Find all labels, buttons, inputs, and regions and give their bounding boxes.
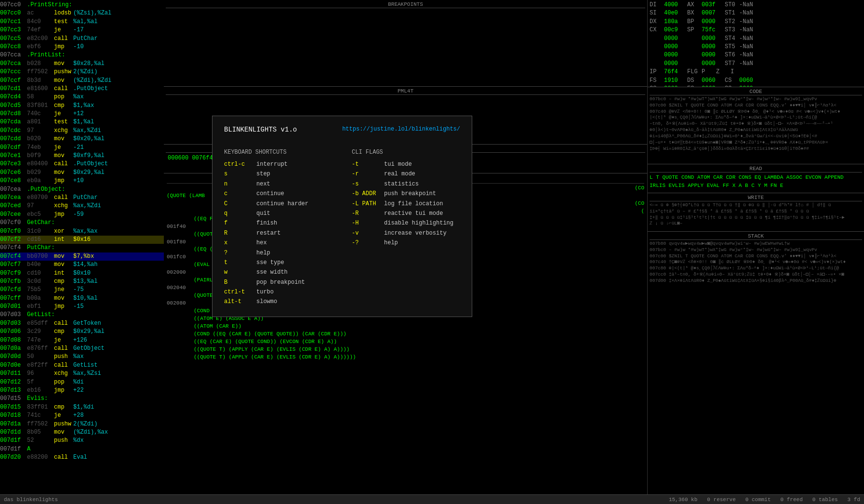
asm-line: 007ce3e80400call.PutObject — [0, 160, 164, 168]
stack-line: 007cc0 ‡ä¹–tn0, δ+※(Λu⊕i=0– Xä°üt9;ℤü‡ t… — [650, 272, 862, 278]
cli-flags-title: CLI FLAGS — [352, 149, 460, 156]
help-modal: BLINKENLIGHTS v1.o https://justine.lol/b… — [212, 116, 472, 317]
asm-line: 007d01ebf1jmp-15 — [0, 303, 164, 311]
write-line: <←= ü ⊕ §⊕†┤⊕D*L†ü ü ü T†ü ü ü †‖ ü ⊕ü ü… — [650, 202, 862, 209]
asm-line: 007d08747eje+126 — [0, 336, 164, 345]
pml4t-header: PML4T — [166, 88, 645, 95]
cli-flag-item: -vincrease verbosity — [352, 228, 460, 238]
breakpoints-header: BREAKPOINTS — [166, 1, 645, 8]
cli-flag-item: -b ADDRpush breakpoint — [352, 189, 460, 199]
stack-line: 007bc0 – #w)w *#w)wT*)wX*‡wG #w)w°*‡w– #… — [650, 247, 862, 253]
status-tables: 0 tables — [812, 497, 838, 503]
shortcuts-col: KEYBOARD SHORTCUTS ctrl-cinterruptsstepn… — [224, 149, 332, 307]
cli-flags-col: CLI FLAGS -ttui mode-rreal mode-sstatist… — [352, 149, 460, 307]
shortcut-item: ctrl-cinterrupt — [224, 159, 332, 169]
asm-line: 007cffb00amov$10,%al — [0, 294, 164, 303]
write-section: WRITE <←= ü ⊕ §⊕†┤⊕D*L†ü ü ü T†ü ü ü †‖ … — [648, 193, 864, 231]
asm-line: 007cc374efje-17 — [0, 26, 164, 34]
asm-line: 007cd583f801cmp$1,%ax — [0, 102, 164, 110]
register-row: DX180aBP0000ST2-NaN — [650, 18, 862, 26]
asm-line: 007cd8740cje+12 — [0, 110, 164, 118]
asm-line: 007ce8eb0ajmp+10 — [0, 177, 164, 185]
stack-line: 007b80 qvqv4w►wqv4w►w◙@qvqv4w#w)wi⁺w– #w… — [650, 241, 862, 247]
stack-line: 007c40 †Ç◙⊕Vℤ <ñ⊗×0!! 0◙ ║c ØLŁØY ※Þ0♦ δ… — [650, 259, 862, 265]
code-line: ◘│–u+• t♦ü#▒tB4<=tü9♠un♠◙|VR0◙ Z^δ♦;ℤü¹i… — [650, 140, 862, 146]
asm-line: 007cf4PutChar: — [0, 244, 164, 252]
cli-flag-item: -?help — [352, 238, 460, 248]
output-line: ((ATOM (CAR E)) — [167, 323, 644, 331]
code-line: ⊕0│λ<)t~0vΛP0♠λü_δ–äλ‡tΛüR0♦ Z_P0♠ΛütiWü… — [650, 127, 862, 133]
stack-line: 007d00 ‡×Λ×⊕iΛtΛüR0♦ Z_P0♠ΛütiWü‡ΛtX‡üΛ×… — [650, 278, 862, 284]
stack-section: STACK 007b80 qvqv4w►wqv4w►w◙@qvqv4w#w)wi… — [648, 231, 864, 504]
modal-title: BLINKENLIGHTS v1.o — [224, 126, 297, 133]
asm-line: 007d0ee8f2ffcallGetList — [0, 361, 164, 370]
asm-line: 007d03GetList: — [0, 311, 164, 319]
register-row: 00000000ST5-NaN — [650, 43, 862, 51]
asm-line: 007cdc97xchg%ax,%Zdi — [0, 127, 164, 135]
cli-flag-item: -rreal mode — [352, 169, 460, 179]
register-row: 00000000ST4-NaN — [650, 35, 862, 43]
write-line: ‡+‖ ü ü ü ü‡¹i§¹t¹t¹t|†t ü ü ü ü ü ‡ü ü … — [650, 215, 862, 221]
shortcut-item: ?help — [224, 248, 332, 258]
asm-line: 007ce6b029mov$0x29,%al — [0, 169, 164, 177]
shortcut-item: xhex — [224, 238, 332, 248]
asm-line: 007cf2cd16int$0x16 — [0, 236, 164, 244]
asm-line: 007d1196xchg%ax,%Zsi — [0, 370, 164, 378]
asm-line: 007ced97xchg%ax,%Zdi — [0, 202, 164, 210]
shortcut-item: Bpop breakpoint — [224, 278, 332, 287]
asm-line: 007cdaa801test$1,%al — [0, 118, 164, 126]
output-line: ((QUOTE T) (APPLY (CAR E) (EVLIS (CDR E)… — [167, 346, 644, 354]
code-line: 007bc0 – #w)w *#w)wT*)wX*‡wG #w)w°*‡w– #… — [650, 96, 862, 103]
read-header: READ — [650, 165, 862, 172]
cli-flag-item: -L PATHlog file location — [352, 199, 460, 209]
code-line: –tn0, δ+※(Λu⊕i=0– Xä°üt9;ℤü‡ t⊕•0♦ ※)δ×◙… — [650, 121, 862, 127]
asm-line: 007cf0GetChar: — [0, 219, 164, 227]
asm-line: 007cfd75b5jne-75 — [0, 286, 164, 294]
shortcut-item: wsse width — [224, 267, 332, 277]
fs-row: FS1910DS0060CS0060 — [650, 77, 862, 85]
asm-line: 007d13eb16jmp+22 — [0, 386, 164, 395]
status-fd: 3 fd — [848, 497, 860, 503]
code-section: CODE 007bc0 – #w)w *#w)wT*)wX*‡wG #w)w°*… — [648, 87, 864, 164]
asm-line: 007d0d50push%ax — [0, 353, 164, 361]
output-line: ((QUOTE T) (APPLY (CAR E) (EVLIS (CDR E)… — [167, 354, 644, 361]
status-commit: 0 commit — [745, 497, 771, 503]
cli-flag-item: -Rreactive tui mode — [352, 209, 460, 218]
asm-line: 007cc8ebf6jmp-10 — [0, 43, 164, 51]
asm-line: 007d1fA — [0, 445, 164, 453]
shortcut-item: ccontinue — [224, 189, 332, 199]
asm-line: 007ceeebc5jmp-59 — [0, 211, 164, 219]
asm-line: 007cd458pop%ax — [0, 93, 164, 101]
asm-line: 007ce1b0f9mov$0xf9,%al — [0, 152, 164, 160]
status-freed: 0 freed — [781, 497, 803, 503]
asm-line: 007d125fpop%di — [0, 378, 164, 386]
asm-line: 007cdf74ebje-21 — [0, 144, 164, 152]
register-row: SI40e0BX0007ST1-NaN — [650, 9, 862, 17]
code-line: ‡Þ⊕┤ Wi=i⊕R0‡λZ_ä°çü⊕│)δδδi=0αλδτä×ÇΣrtΞ… — [650, 146, 862, 152]
asm-line: 007ceae80700callPutChar — [0, 194, 164, 202]
asm-line: 007cf9cd10int$0x10 — [0, 269, 164, 278]
asm-line: 007cddb020mov$0x20,%al — [0, 135, 164, 143]
asm-line: 007d18741cje+28 — [0, 411, 164, 420]
asm-line: 007d1583ff01cmp$1,%di — [0, 403, 164, 411]
asm-line: 007d1f52push%dx — [0, 437, 164, 445]
read-content: L T QUOTE COND ATOM CAR CDR CONS EQ LAMB… — [650, 173, 862, 189]
asm-line: 007d063c29cmp$0x29,%al — [0, 328, 164, 336]
shortcut-item: nnext — [224, 179, 332, 189]
shortcut-item: alt-tslowmo — [224, 297, 332, 306]
asm-line: 007cd1e81600call.PutObject — [0, 85, 164, 93]
code-line: |<(t|⁶ @♦s¸ÇQ0⌠ℳΛW⊕u•: ΣΛu⁰δ–^♦ ]×:♦uΩWi… — [650, 115, 862, 121]
register-row: 00000000ST6-NaN — [650, 51, 862, 59]
shortcut-item: qquit — [224, 209, 332, 218]
asm-line: 007d1d8b05mov(%Zdi),%ax — [0, 428, 164, 437]
stack-line: 007c80 ⊕|<(t|⁶ @♦s¸ÇQ0⌠ℳΛW⊕u•: ΣΛu⁰δ–^♦ … — [650, 265, 862, 272]
asm-line: 007cc184c0test%al,%al — [0, 18, 164, 26]
stack-line: 007c00 $ZNIL T QUOTE COND ATOM CAR CDR C… — [650, 253, 862, 260]
code-header: CODE — [650, 88, 862, 95]
asm-line: 007ccf8b3dmov(%Zdi),%Zdi — [0, 77, 164, 85]
registers-section: DI4000AX003fST0-NaNSI40e0BX0007ST1-NaNDX… — [648, 0, 864, 87]
write-header: WRITE — [650, 194, 862, 201]
right-panel: DI4000AX003fST0-NaNSI40e0BX0007ST1-NaNDX… — [647, 0, 864, 504]
read-section: READ L T QUOTE COND ATOM CAR CDR CONS EQ… — [648, 164, 864, 193]
asm-line: 007cf031c0xor%ax,%ax — [0, 227, 164, 236]
